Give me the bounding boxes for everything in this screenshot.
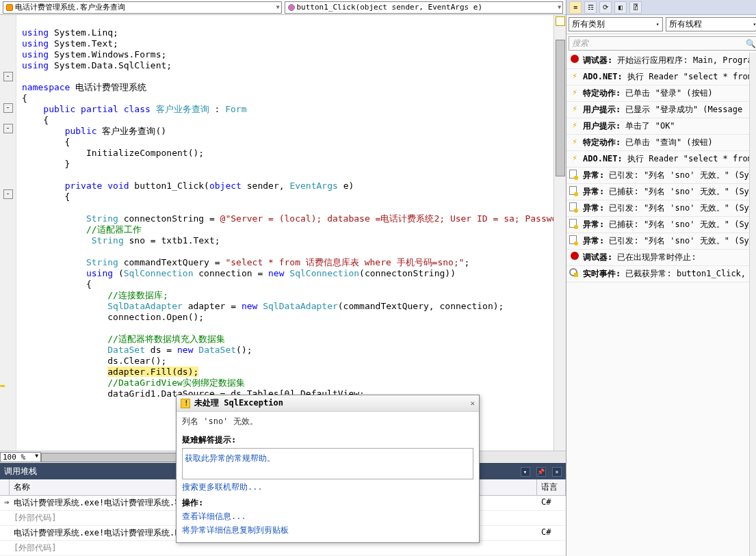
collapse-toggle[interactable]: - xyxy=(3,189,13,199)
class-dropdown[interactable]: 电话计费管理系统.客户业务查询 ▼ xyxy=(3,1,282,14)
navigation-bar: 电话计费管理系统.客户业务查询 ▼ button1_Click(object s… xyxy=(0,0,566,15)
exception-icon xyxy=(569,235,580,245)
member-dropdown[interactable]: button1_Click(object sender, EventArgs e… xyxy=(285,1,564,14)
scrollbar-thumb[interactable] xyxy=(556,40,565,176)
col-lang[interactable]: 语言 xyxy=(537,479,566,495)
hint-box[interactable]: 获取此异常的常规帮助。 xyxy=(182,448,473,479)
pin-icon[interactable]: 📌 xyxy=(536,467,546,477)
event-row[interactable]: ⚡ADO.NET: 执行 Reader "select * from xyxy=(566,151,756,168)
exception-icon xyxy=(569,186,580,196)
search-online-help-link[interactable]: 搜索更多联机帮助... xyxy=(182,481,473,493)
collapse-toggle[interactable]: - xyxy=(3,103,13,113)
current-line-arrow-icon: ➨ xyxy=(0,380,5,391)
filter-row: 所有类别▾ 所有线程▾ xyxy=(566,15,756,34)
exception-icon xyxy=(569,219,580,228)
member-dropdown-label: button1_Click(object sender, EventArgs e… xyxy=(297,3,483,12)
collapse-toggle[interactable]: - xyxy=(3,72,13,81)
bolt-icon: ⚡ xyxy=(569,153,580,163)
toolbar-button[interactable]: ⍰ xyxy=(629,1,642,14)
view-detail-link[interactable]: 查看详细信息... xyxy=(182,511,473,522)
search-input[interactable]: 搜索 🔍 xyxy=(569,36,756,51)
code-content[interactable]: using System.Linq; using System.Text; us… xyxy=(16,15,566,451)
toolbar-button[interactable]: ☶ xyxy=(584,1,597,14)
event-row[interactable]: 实时事件: 已截获异常: button1_Click, 客 xyxy=(566,266,756,282)
exception-icon xyxy=(569,202,580,212)
debugger-icon xyxy=(569,55,580,64)
chevron-down-icon: ▼ xyxy=(276,4,280,10)
category-filter-dropdown[interactable]: 所有类别▾ xyxy=(569,17,663,31)
exception-icon xyxy=(569,170,580,179)
event-row[interactable]: 异常: 已捕获: "列名 'sno' 无效。" (Syst xyxy=(566,217,756,233)
exception-message: 列名 'sno' 无效。 xyxy=(182,416,473,427)
chevron-down-icon: ▼ xyxy=(558,4,561,10)
code-editor[interactable]: ➨ - - - - using System.Linq; using Syste… xyxy=(0,15,566,451)
callstack-row[interactable]: [外部代码] xyxy=(0,541,566,556)
bolt-icon: ⚡ xyxy=(569,71,580,81)
close-icon[interactable]: ✕ xyxy=(470,399,475,408)
event-row[interactable]: 异常: 已引发: "列名 'sno' 无效。" (Syst xyxy=(566,200,756,217)
event-row[interactable]: 异常: 已引发: "列名 'sno' 无效。" (Syst xyxy=(566,168,756,184)
editor-vertical-scrollbar[interactable] xyxy=(553,15,566,451)
hint-header: 疑难解答提示: xyxy=(182,434,473,446)
search-icon: 🔍 xyxy=(746,39,756,49)
popup-header[interactable]: 未处理 SqlException ✕ xyxy=(177,395,479,412)
debugger-icon xyxy=(569,252,580,261)
bolt-icon: ⚡ xyxy=(569,104,580,114)
hint-link[interactable]: 获取此异常的常规帮助。 xyxy=(185,453,471,464)
popup-title: 未处理 SqlException xyxy=(194,397,470,409)
events-list[interactable]: 调试器: 开始运行应用程序: Main, Progra⚡ADO.NET: 执行 … xyxy=(566,53,756,556)
exception-line-highlight: adapter.Fill(ds); xyxy=(107,367,198,377)
zoom-dropdown[interactable]: 100 %▼ xyxy=(0,452,41,462)
method-icon xyxy=(288,4,295,11)
toolbar-button[interactable]: ⟳ xyxy=(599,1,612,14)
copy-exception-link[interactable]: 将异常详细信息复制到剪贴板 xyxy=(182,525,473,536)
event-row[interactable]: ⚡ADO.NET: 执行 Reader "select * from xyxy=(566,69,756,85)
class-dropdown-label: 电话计费管理系统.客户业务查询 xyxy=(15,2,125,12)
close-icon[interactable]: × xyxy=(552,467,562,477)
exception-popup[interactable]: 未处理 SqlException ✕ 列名 'sno' 无效。 疑难解答提示: … xyxy=(176,395,480,543)
split-icon[interactable] xyxy=(556,16,565,26)
event-row[interactable]: ⚡用户提示: 已显示 "登录成功" (Message xyxy=(566,102,756,118)
event-row[interactable]: 异常: 已捕获: "列名 'sno' 无效。" (Syst xyxy=(566,184,756,200)
bolt-icon: ⚡ xyxy=(569,120,580,130)
bolt-icon: ⚡ xyxy=(569,88,580,97)
event-row[interactable]: ⚡特定动作: 已单击 "查询" (按钮) xyxy=(566,135,756,151)
actions-header: 操作: xyxy=(182,497,473,509)
live-event-icon xyxy=(569,268,580,278)
thread-filter-dropdown[interactable]: 所有线程▾ xyxy=(666,17,756,31)
warning-icon xyxy=(181,399,190,408)
bolt-icon: ⚡ xyxy=(569,137,580,146)
event-row[interactable]: ⚡特定动作: 已单击 "登录" (按钮) xyxy=(566,85,756,102)
event-row[interactable]: 调试器: 已在出现异常时停止: xyxy=(566,250,756,266)
callstack-title: 调用堆栈 xyxy=(4,466,37,477)
view-list-button[interactable]: ≡ xyxy=(569,1,582,14)
diagnostics-toolbar: ≡ ☶ ⟳ ◧ ⍰ xyxy=(566,0,756,15)
dropdown-icon[interactable]: ▾ xyxy=(521,467,530,477)
event-row[interactable]: ⚡用户提示: 单击了 "OK" xyxy=(566,118,756,135)
event-row[interactable]: 异常: 已引发: "列名 'sno' 无效。" (Syst xyxy=(566,233,756,250)
events-scrollbar[interactable] xyxy=(749,53,756,556)
toolbar-button[interactable]: ◧ xyxy=(614,1,627,14)
class-icon xyxy=(6,4,13,11)
collapse-toggle[interactable]: - xyxy=(3,124,13,133)
event-row[interactable]: 调试器: 开始运行应用程序: Main, Progra xyxy=(566,53,756,69)
